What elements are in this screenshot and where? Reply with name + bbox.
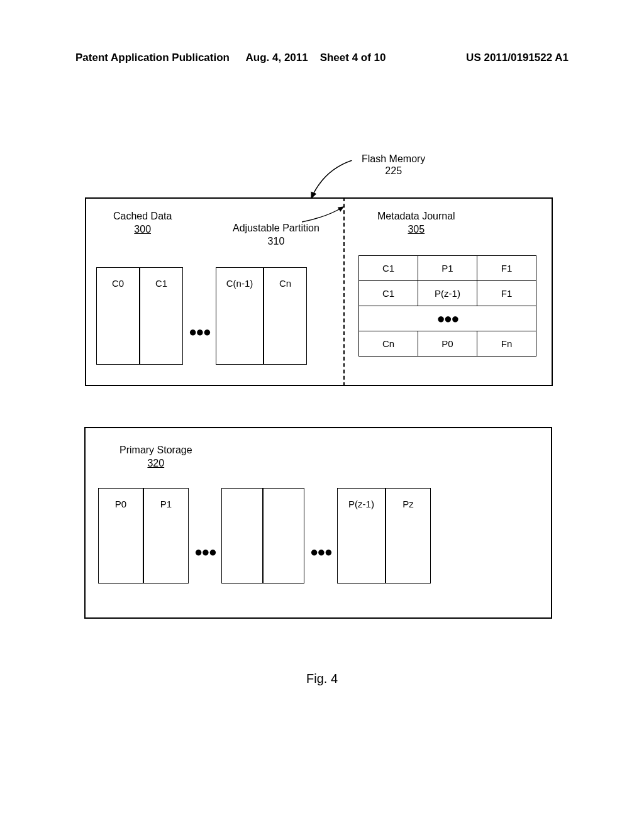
- flash-arrow-icon: [308, 160, 352, 201]
- metadata-journal-title: Metadata Journal: [377, 211, 455, 221]
- meta-cell: C1: [359, 281, 418, 306]
- primary-cell-empty: [221, 488, 263, 584]
- cache-cell-cn1: C(n-1): [216, 267, 264, 365]
- primary-ellipsis-2: ●●●: [304, 544, 337, 560]
- meta-cell: Cn: [359, 331, 418, 357]
- metadata-journal-label: Metadata Journal 305: [377, 210, 455, 236]
- metadata-journal-table: C1 P1 F1 C1 P(z-1) F1 ●●● Cn P0 Fn: [358, 255, 536, 357]
- primary-cell-pz1: P(z-1): [337, 488, 386, 584]
- partition-dash-line: [343, 197, 345, 386]
- primary-storage-ref: 320: [147, 458, 164, 468]
- meta-cell: P(z-1): [418, 281, 477, 306]
- page-header: Patent Application Publication Aug. 4, 2…: [75, 52, 569, 64]
- cache-cell-c1: C1: [140, 267, 183, 365]
- header-left: Patent Application Publication: [75, 52, 230, 64]
- table-row: Cn P0 Fn: [359, 331, 536, 357]
- cache-cell-c0: C0: [96, 267, 140, 365]
- adjustable-partition-ref: 310: [268, 236, 285, 246]
- meta-ellipsis: ●●●: [359, 306, 536, 331]
- primary-cell-p0: P0: [98, 488, 143, 584]
- adjustable-partition-label: Adjustable Partition 310: [233, 222, 319, 248]
- header-sheet: Sheet 4 of 10: [320, 52, 386, 64]
- flash-memory-title: Flash Memory: [362, 153, 425, 164]
- adjustable-partition-arrow-icon: [302, 204, 346, 223]
- primary-cell-p1: P1: [143, 488, 189, 584]
- cache-cell-cn: Cn: [264, 267, 307, 365]
- primary-ellipsis-1: ●●●: [189, 544, 221, 560]
- header-date: Aug. 4, 2011: [246, 52, 308, 64]
- table-row-ellipsis: ●●●: [359, 306, 536, 331]
- table-row: C1 P1 F1: [359, 256, 536, 281]
- primary-storage-label: Primary Storage 320: [119, 444, 192, 470]
- cached-data-label: Cached Data 300: [113, 210, 172, 236]
- header-pubno: US 2011/0191522 A1: [466, 52, 569, 64]
- cached-data-title: Cached Data: [113, 211, 172, 221]
- table-row: C1 P(z-1) F1: [359, 281, 536, 306]
- meta-cell: C1: [359, 256, 418, 281]
- primary-storage-title: Primary Storage: [119, 445, 192, 455]
- meta-cell: F1: [477, 256, 536, 281]
- flash-memory-ref: 225: [385, 165, 402, 176]
- flash-memory-label: Flash Memory 225: [362, 153, 425, 177]
- adjustable-partition-title: Adjustable Partition: [233, 223, 319, 233]
- cache-ellipsis: ●●●: [183, 324, 216, 340]
- primary-cell-empty: [263, 488, 304, 584]
- primary-cells-row: P0 P1 ●●● ●●● P(z-1) Pz: [98, 488, 431, 584]
- meta-cell: P1: [418, 256, 477, 281]
- meta-cell: F1: [477, 281, 536, 306]
- meta-cell: P0: [418, 331, 477, 357]
- primary-cell-pz: Pz: [386, 488, 431, 584]
- meta-cell: Fn: [477, 331, 536, 357]
- cached-data-ref: 300: [134, 224, 151, 235]
- metadata-journal-ref: 305: [408, 224, 425, 235]
- figure-caption: Fig. 4: [0, 672, 644, 686]
- cache-cells-row: C0 C1 ●●● C(n-1) Cn: [96, 259, 307, 372]
